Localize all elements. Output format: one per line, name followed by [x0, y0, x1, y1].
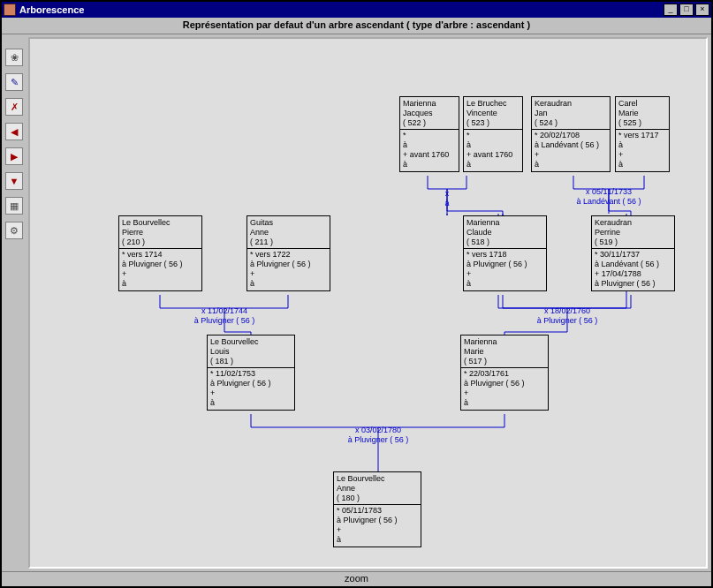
person-box[interactable]: Marienna Marie ( 517 ) * 22/03/1761 à Pl… — [460, 335, 549, 411]
marriage-label: x 18/02/1760 à Pluvigner ( 56 ) — [514, 306, 620, 326]
birth-place: à Pluvigner ( 56 ) — [337, 516, 418, 525]
given-name: Claude — [466, 228, 543, 237]
birth-place: à Pluvigner ( 56 ) — [466, 260, 543, 269]
birth-place: à — [466, 140, 520, 150]
app-icon — [4, 4, 16, 16]
person-box[interactable]: Le Bourvellec Pierre ( 210 ) * vers 1714… — [118, 215, 202, 291]
birth-place: à — [618, 140, 666, 150]
death-line: + 17/04/1788 — [595, 269, 671, 279]
given-name: Perrine — [595, 228, 671, 237]
person-box[interactable]: Marienna Claude ( 518 ) * vers 1718 à Pl… — [463, 215, 547, 291]
person-right-icon[interactable]: ▶ — [5, 147, 23, 165]
surname: Le Bourvellec — [337, 474, 418, 484]
death-place: à — [122, 279, 199, 289]
death-place: à — [466, 279, 543, 289]
marriage-label: x à — [394, 189, 500, 208]
death-place: à — [250, 279, 327, 289]
window-title: Arborescence — [19, 4, 664, 15]
tree-root-icon[interactable]: ❀ — [5, 49, 23, 66]
birth-place: à Pluvigner ( 56 ) — [210, 379, 292, 388]
birth-line: * — [466, 131, 520, 140]
birth-line: * 05/11/1783 — [337, 506, 418, 516]
edit-icon[interactable]: ✎ — [5, 73, 23, 91]
death-place: à — [618, 160, 666, 170]
page-title: Représentation par defaut d'un arbre asc… — [2, 18, 711, 34]
birth-line: * vers 1718 — [466, 250, 543, 260]
birth-line: * vers 1714 — [122, 250, 199, 260]
death-line: + avant 1760 — [403, 150, 456, 160]
person-id: ( 525 ) — [618, 118, 666, 128]
surname: Marienna — [464, 337, 545, 347]
person-id: ( 518 ) — [466, 237, 543, 247]
maximize-button[interactable]: □ — [679, 4, 694, 16]
tree-canvas[interactable]: Marienna Jacques ( 522 ) * à + avant 176… — [28, 37, 708, 569]
given-name: Jacques — [403, 109, 456, 118]
death-line: + — [337, 525, 418, 535]
settings-icon[interactable]: ⚙ — [5, 222, 23, 239]
surname: Carel — [618, 99, 666, 109]
birth-place: à Pluvigner ( 56 ) — [464, 379, 545, 388]
person-down-icon[interactable]: ▼ — [5, 172, 23, 190]
birth-place: à Landévant ( 56 ) — [595, 260, 671, 269]
death-place: à — [403, 160, 456, 170]
person-box[interactable]: Le Bourvellec Louis ( 181 ) * 11/02/1753… — [207, 335, 295, 411]
birth-line: * 22/03/1761 — [464, 369, 545, 379]
person-remove-icon[interactable]: ✗ — [5, 98, 23, 116]
surname: Le Bourvellec — [122, 218, 199, 228]
death-line: + — [210, 388, 292, 398]
birth-place: à Pluvigner ( 56 ) — [250, 260, 327, 269]
main-area: ❀ ✎ ✗ ◀ ▶ ▼ ▦ ⚙ — [2, 34, 711, 571]
person-left-icon[interactable]: ◀ — [5, 123, 23, 140]
birth-place: à Landévant ( 56 ) — [535, 140, 607, 150]
death-place: à — [535, 160, 607, 170]
birth-place: à Pluvigner ( 56 ) — [122, 260, 199, 269]
person-box[interactable]: Keraudran Perrine ( 519 ) * 30/11/1737 à… — [591, 215, 675, 291]
window-buttons: _ □ × — [664, 4, 709, 16]
death-place: à Pluvigner ( 56 ) — [595, 279, 671, 289]
death-line: + avant 1760 — [466, 150, 520, 160]
person-box[interactable]: Le Bruchec Vincente ( 523 ) * à + avant … — [463, 96, 523, 172]
surname: Le Bruchec — [466, 99, 520, 109]
given-name: Marie — [618, 109, 666, 118]
birth-line: * vers 1722 — [250, 250, 327, 260]
birth-line: * — [403, 131, 456, 140]
given-name: Marie — [464, 347, 545, 357]
surname: Le Bourvellec — [210, 337, 292, 347]
given-name: Vincente — [466, 109, 520, 118]
person-box[interactable]: Guitas Anne ( 211 ) * vers 1722 à Pluvig… — [247, 215, 330, 291]
minimize-button[interactable]: _ — [664, 4, 678, 16]
given-name: Anne — [250, 228, 327, 237]
birth-line: * 11/02/1753 — [210, 369, 292, 379]
birth-place: à — [403, 140, 456, 150]
person-box[interactable]: Marienna Jacques ( 522 ) * à + avant 176… — [399, 96, 459, 172]
marriage-label: x 05/11/1733 à Landévant ( 56 ) — [556, 187, 662, 207]
person-id: ( 522 ) — [403, 118, 456, 128]
death-line: + — [250, 269, 327, 279]
person-box[interactable]: Carel Marie ( 525 ) * vers 1717 à + à — [615, 96, 670, 172]
table-icon[interactable]: ▦ — [5, 197, 23, 215]
death-place: à — [210, 398, 292, 408]
close-button[interactable]: × — [695, 4, 709, 16]
death-place: à — [337, 535, 418, 545]
person-box[interactable]: Keraudran Jan ( 524 ) * 20/02/1708 à Lan… — [531, 96, 611, 172]
death-line: + — [466, 269, 543, 279]
toolbar: ❀ ✎ ✗ ◀ ▶ ▼ ▦ ⚙ — [2, 34, 28, 571]
surname: Keraudran — [535, 99, 607, 109]
death-line: + — [618, 150, 666, 160]
app-window: Arborescence _ □ × Représentation par de… — [0, 0, 713, 588]
person-id: ( 210 ) — [122, 237, 199, 247]
person-id: ( 519 ) — [595, 237, 671, 247]
surname: Keraudran — [595, 218, 671, 228]
death-place: à — [464, 398, 545, 408]
titlebar[interactable]: Arborescence _ □ × — [2, 2, 711, 18]
footer-zoom-label: zoom — [2, 571, 711, 586]
person-box-root[interactable]: Le Bourvellec Anne ( 180 ) * 05/11/1783 … — [333, 471, 421, 547]
person-id: ( 181 ) — [210, 357, 292, 366]
given-name: Jan — [535, 109, 607, 118]
person-id: ( 211 ) — [250, 237, 327, 247]
death-line: + — [122, 269, 199, 279]
surname: Guitas — [250, 218, 327, 228]
person-id: ( 523 ) — [466, 118, 520, 128]
given-name: Anne — [337, 484, 418, 494]
given-name: Pierre — [122, 228, 199, 237]
